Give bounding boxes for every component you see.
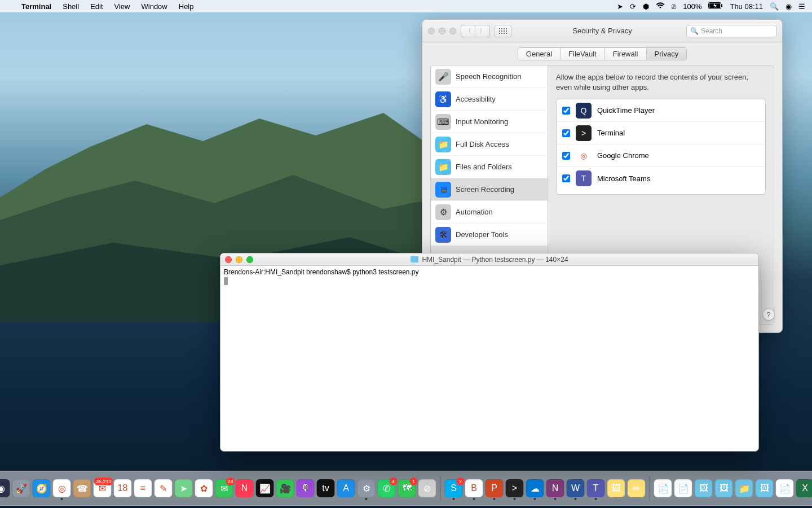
dock-whatsapp[interactable]: ✆4 (378, 479, 396, 497)
folder-icon: 📁 (435, 137, 451, 152)
privacy-description: Allow the apps below to record the conte… (556, 72, 766, 92)
tab-firewall[interactable]: Firewall (605, 48, 647, 60)
dock-blocked[interactable]: ⊘ (418, 479, 436, 497)
menu-app[interactable]: Terminal (16, 2, 57, 11)
search-icon: 🔍 (690, 27, 699, 35)
category-label: Automation (456, 208, 493, 216)
dock-photos[interactable]: ✿ (195, 479, 213, 497)
dock-notes[interactable]: ✎ (155, 479, 173, 497)
dock-messages[interactable]: ✉24 (215, 479, 233, 497)
search-placeholder: Search (701, 27, 722, 35)
dock-img3[interactable]: 🖼 (756, 479, 774, 497)
tab-privacy[interactable]: Privacy (647, 48, 687, 60)
back-button[interactable]: 〈 (461, 25, 475, 37)
menu-view[interactable]: View (109, 2, 136, 11)
dock-word[interactable]: W (567, 479, 585, 497)
keyboard-icon: ⌨ (435, 114, 451, 130)
dock-onedrive[interactable]: ☁ (526, 479, 544, 497)
app-row-terminal[interactable]: >Terminal (557, 122, 765, 144)
category-full-disk-access[interactable]: 📁Full Disk Access (431, 133, 548, 156)
category-files-and-folders[interactable]: 📁Files and Folders (431, 156, 548, 178)
location-icon[interactable]: ➤ (617, 2, 623, 11)
app-checkbox[interactable] (562, 107, 570, 115)
dock-terminal[interactable]: > (506, 479, 524, 497)
category-automation[interactable]: ⚙Automation (431, 201, 548, 224)
minimize-button[interactable] (439, 28, 445, 34)
dock-stocks[interactable]: 📈 (256, 479, 274, 497)
dock-syspref[interactable]: ⚙ (358, 479, 376, 497)
spotlight-icon[interactable]: 🔍 (770, 2, 779, 11)
dock-chrome[interactable]: ◎ (53, 479, 71, 497)
dock-stickies[interactable]: ✏ (628, 479, 646, 497)
dock-contacts[interactable]: ☎ (73, 479, 91, 497)
dock-bbedit[interactable]: B (465, 479, 483, 497)
dock-teams[interactable]: T (587, 479, 605, 497)
menu-help[interactable]: Help (173, 2, 200, 11)
dock-siri[interactable]: ◉ (0, 479, 10, 497)
app-row-google-chrome[interactable]: ◎Google Chrome (557, 144, 765, 167)
menu-window[interactable]: Window (136, 2, 173, 11)
search-input[interactable]: 🔍 Search (686, 25, 776, 37)
dock-reminders[interactable]: ≡ (134, 479, 152, 497)
category-developer-tools[interactable]: 🛠Developer Tools (431, 224, 548, 246)
dock-skype[interactable]: Sx (445, 479, 463, 497)
dock-doc2[interactable]: 📄 (674, 479, 692, 497)
dock-safari[interactable]: 🧭 (33, 479, 51, 497)
dock-appstore[interactable]: A (337, 479, 355, 497)
dock-news[interactable]: N (236, 479, 254, 497)
app-checkbox[interactable] (562, 174, 570, 182)
app-row-quicktime-player[interactable]: QQuickTime Player (557, 99, 765, 122)
zoom-button[interactable] (449, 28, 456, 34)
dock-powerpoint[interactable]: P (486, 479, 504, 497)
privacy-app-list[interactable]: QQuickTime Player>Terminal◎Google Chrome… (556, 99, 766, 195)
menu-shell[interactable]: Shell (57, 2, 85, 11)
tab-general[interactable]: General (518, 48, 561, 60)
dropbox-icon[interactable]: ⬢ (643, 2, 649, 11)
category-input-monitoring[interactable]: ⌨Input Monitoring (431, 111, 548, 133)
dock-launchpad[interactable]: 🚀 (12, 479, 30, 497)
category-speech-recognition[interactable]: 🎤Speech Recognition (431, 65, 548, 88)
dock-maps[interactable]: ➤ (175, 479, 193, 497)
wifi-icon[interactable] (656, 2, 665, 11)
dock-doc3[interactable]: 📄 (776, 479, 794, 497)
category-accessibility[interactable]: ♿Accessibility (431, 88, 548, 111)
menu-edit[interactable]: Edit (85, 2, 108, 11)
dock-excel[interactable]: X (796, 479, 813, 497)
terminal-content[interactable]: Brendons-Air:HMI_Sandpit brendonshaw$ py… (220, 266, 758, 288)
screen-icon: 🖥 (435, 182, 451, 198)
dock-doc1[interactable]: 📄 (654, 479, 672, 497)
dock-preview[interactable]: 🖼 (607, 479, 625, 497)
notification-center-icon[interactable]: ☰ (798, 2, 805, 11)
category-label: Developer Tools (456, 230, 508, 239)
close-button[interactable] (428, 28, 435, 34)
help-button[interactable]: ? (762, 308, 775, 321)
airplay-icon[interactable]: ⎚ (672, 2, 676, 11)
syspref-tabs: General FileVault Firewall Privacy (422, 42, 782, 65)
svg-rect-1 (721, 4, 722, 7)
dock-folder[interactable]: 📁 (735, 479, 753, 497)
app-label: Terminal (597, 129, 625, 137)
forward-button[interactable]: 〉 (475, 25, 490, 37)
dock-calendar[interactable]: 18 (114, 479, 132, 497)
dock-maps2[interactable]: 🗺1 (398, 479, 416, 497)
dock-img1[interactable]: 🖼 (695, 479, 713, 497)
dock-facetime[interactable]: 🎥 (276, 479, 294, 497)
clock[interactable]: Thu 08:11 (730, 2, 763, 11)
show-all-button[interactable] (495, 25, 511, 37)
dock-onenote[interactable]: N (546, 479, 564, 497)
dock-podcasts[interactable]: 🎙 (297, 479, 315, 497)
app-checkbox[interactable] (562, 152, 570, 160)
folder-icon (411, 256, 418, 262)
terminal-titlebar[interactable]: HMI_Sandpit — Python testscreen.py — 140… (220, 253, 758, 266)
tab-filevault[interactable]: FileVault (561, 48, 605, 60)
timemachine-icon[interactable]: ⟳ (630, 2, 636, 11)
dock-img2[interactable]: 🖼 (715, 479, 733, 497)
dock-mail[interactable]: ✉35,210 (94, 479, 112, 497)
dock-tv[interactable]: tv (317, 479, 335, 497)
app-checkbox[interactable] (562, 129, 570, 137)
category-screen-recording[interactable]: 🖥Screen Recording (431, 178, 548, 201)
siri-icon[interactable]: ◉ (785, 2, 792, 11)
app-row-microsoft-teams[interactable]: TMicrosoft Teams (557, 167, 765, 190)
battery-icon[interactable] (708, 2, 723, 11)
category-label: Accessibility (456, 95, 496, 103)
